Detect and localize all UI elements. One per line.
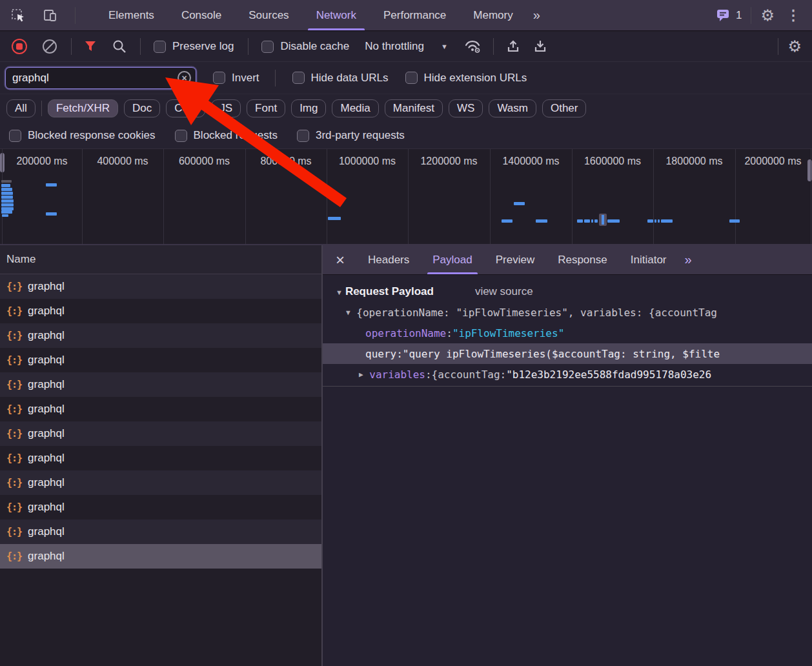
tab-memory[interactable]: Memory — [460, 0, 526, 30]
detail-tab-headers[interactable]: Headers — [356, 245, 421, 274]
timeline-request-bar — [2, 214, 8, 217]
inspect-element-icon[interactable] — [10, 8, 26, 23]
expand-triangle-icon[interactable]: ▼ — [346, 308, 350, 317]
network-filter-row: × Invert Hide data URLs Hide extension U… — [0, 62, 812, 94]
payload-variables-line[interactable]: ▶ variables: {accountTag: "b12e3b2192ee5… — [323, 364, 812, 385]
filter-chip-doc[interactable]: Doc — [124, 99, 160, 117]
requests-list-panel: Name {:}graphql{:}graphql{:}graphql{:}gr… — [0, 245, 323, 666]
filter-chip-font[interactable]: Font — [247, 99, 285, 117]
filter-chip-wasm[interactable]: Wasm — [489, 99, 536, 117]
request-row[interactable]: {:}graphql — [0, 470, 321, 495]
timeline-request-bar — [46, 212, 57, 216]
payload-root-line[interactable]: ▼ {operationName: "ipFlowTimeseries", va… — [323, 302, 812, 323]
network-main-split: Name {:}graphql{:}graphql{:}graphql{:}gr… — [0, 245, 812, 666]
request-name: graphql — [28, 354, 65, 367]
detail-tab-initiator[interactable]: Initiator — [619, 245, 678, 274]
detail-tab-response[interactable]: Response — [546, 245, 619, 274]
timeline-tick-label: 600000 ms — [163, 156, 245, 167]
timeline-request-bar — [661, 219, 673, 223]
more-detail-tabs-icon[interactable]: » — [678, 252, 697, 267]
devtools-tab-bar: ElementsConsoleSourcesNetworkPerformance… — [0, 0, 812, 31]
disable-cache-checkbox[interactable]: Disable cache — [261, 40, 349, 53]
record-network-log-button[interactable] — [12, 39, 27, 54]
blocked-response-cookies-checkbox[interactable]: Blocked response cookies — [9, 129, 156, 142]
filter-chip-css[interactable]: CSS — [166, 99, 205, 117]
hide-extension-urls-checkbox[interactable]: Hide extension URLs — [405, 72, 527, 85]
tab-console[interactable]: Console — [168, 0, 235, 30]
filter-chip-js[interactable]: JS — [211, 99, 241, 117]
request-row[interactable]: {:}graphql — [0, 323, 321, 348]
timeline-request-bar — [328, 217, 341, 220]
request-row[interactable]: {:}graphql — [0, 544, 321, 569]
checkbox — [261, 41, 274, 53]
view-source-link[interactable]: view source — [475, 285, 533, 298]
settings-gear-icon[interactable]: ⚙ — [760, 8, 775, 23]
request-row[interactable]: {:}graphql — [0, 520, 321, 544]
tab-network[interactable]: Network — [303, 0, 370, 30]
divider — [248, 38, 249, 55]
timeline-request-bar — [514, 202, 525, 205]
hide-data-urls-label: Hide data URLs — [311, 72, 389, 85]
json-request-icon: {:} — [6, 403, 22, 415]
3rd-party-requests-checkbox[interactable]: 3rd-party requests — [297, 129, 405, 142]
more-tabs-icon[interactable]: » — [527, 8, 545, 23]
detail-tab-preview[interactable]: Preview — [484, 245, 546, 274]
request-row[interactable]: {:}graphql — [0, 372, 321, 397]
request-row[interactable]: {:}graphql — [0, 495, 321, 520]
timeline-tick-label: 1400000 ms — [490, 156, 572, 167]
request-row[interactable]: {:}graphql — [0, 274, 321, 299]
filter-chip-all[interactable]: All — [6, 99, 36, 117]
request-row[interactable]: {:}graphql — [0, 299, 321, 323]
payload-operationname-line[interactable]: operationName: "ipFlowTimeseries" — [323, 323, 812, 343]
expand-triangle-icon[interactable]: ▶ — [359, 370, 363, 379]
timeline-request-bar — [577, 219, 583, 223]
divider — [41, 101, 42, 116]
kebab-menu-icon[interactable]: ⋮ — [784, 8, 803, 23]
throttling-select[interactable]: No throttling ▼ — [365, 40, 448, 53]
import-har-icon[interactable] — [505, 39, 521, 54]
request-payload-title: Request Payload — [345, 285, 434, 298]
network-settings-gear-icon[interactable]: ⚙ — [787, 39, 802, 54]
clear-network-log-icon[interactable] — [41, 38, 58, 55]
tab-performance[interactable]: Performance — [370, 0, 460, 30]
device-toolbar-icon[interactable] — [43, 8, 58, 23]
tab-sources[interactable]: Sources — [235, 0, 302, 30]
detail-tab-payload[interactable]: Payload — [421, 245, 483, 274]
request-detail-panel: × HeadersPayloadPreviewResponseInitiator… — [323, 245, 812, 666]
filter-chip-fetchxhr[interactable]: Fetch/XHR — [48, 99, 118, 117]
divider — [71, 38, 72, 55]
filter-funnel-icon[interactable] — [83, 40, 97, 53]
timeline-tick-label: 400000 ms — [82, 156, 163, 167]
issues-icon[interactable]: 1 — [716, 8, 742, 22]
tab-elements[interactable]: Elements — [95, 0, 168, 30]
network-overview-timeline[interactable]: 200000 ms400000 ms600000 ms800000 ms1000… — [0, 149, 812, 245]
name-column-header[interactable]: Name — [0, 245, 321, 274]
request-row[interactable]: {:}graphql — [0, 421, 321, 446]
timeline-request-bar — [729, 219, 740, 223]
invert-checkbox[interactable]: Invert — [213, 72, 259, 85]
request-row[interactable]: {:}graphql — [0, 446, 321, 470]
close-detail-icon[interactable]: × — [323, 245, 356, 274]
filter-chip-media[interactable]: Media — [332, 99, 378, 117]
filter-chip-ws[interactable]: WS — [449, 99, 483, 117]
request-name: graphql — [28, 378, 65, 391]
blocked-requests-checkbox[interactable]: Blocked requests — [175, 129, 278, 142]
filter-chip-manifest[interactable]: Manifest — [385, 99, 443, 117]
checkbox — [175, 130, 187, 142]
request-name: graphql — [28, 329, 65, 342]
request-row[interactable]: {:}graphql — [0, 397, 321, 421]
filter-chip-img[interactable]: Img — [291, 99, 326, 117]
request-name: graphql — [28, 476, 65, 489]
payload-query-line-selected[interactable]: query: "query ipFlowTimeseries($accountT… — [323, 343, 812, 364]
filter-input[interactable] — [6, 72, 178, 85]
search-icon[interactable] — [112, 39, 127, 54]
hide-data-urls-checkbox[interactable]: Hide data URLs — [292, 72, 389, 85]
request-row[interactable]: {:}graphql — [0, 348, 321, 372]
clear-filter-icon[interactable]: × — [178, 71, 191, 85]
preserve-log-checkbox[interactable]: Preserve log — [154, 40, 234, 53]
filter-chip-other[interactable]: Other — [542, 99, 587, 117]
network-conditions-icon[interactable] — [463, 39, 482, 54]
export-har-icon[interactable] — [533, 39, 548, 54]
collapse-triangle-icon[interactable]: ▼ — [336, 288, 343, 296]
divider — [75, 7, 76, 24]
